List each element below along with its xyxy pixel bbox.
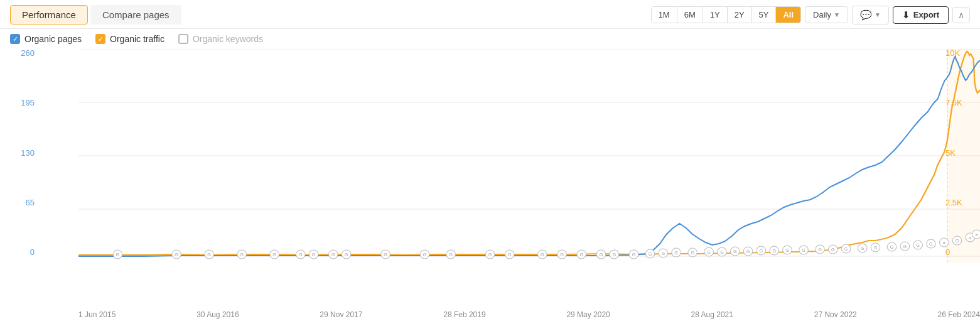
time-button-group: 1M 6M 1Y 2Y 5Y All [651,6,801,23]
svg-text:G: G [488,252,492,257]
legend-organic-keywords[interactable]: Organic keywords [178,34,263,44]
organic-pages-label: Organic pages [24,34,82,44]
y-right-5k: 5K [945,149,980,157]
svg-text:G: G [384,252,387,257]
x-label-1: 30 Aug 2016 [197,310,239,319]
svg-text:G: G [802,248,805,253]
svg-text:G: G [600,252,603,257]
svg-text:G: G [649,252,652,257]
export-button[interactable]: ⬇ Export [893,6,949,24]
svg-text:G: G [449,252,453,257]
controls: 1M 6M 1Y 2Y 5Y All Daily ▼ 💬 ▼ ⬇ Export … [651,6,970,24]
svg-text:G: G [929,242,933,247]
svg-text:G: G [861,246,864,251]
comment-icon: 💬 [860,9,872,21]
svg-text:G: G [560,252,564,257]
time-1m-button[interactable]: 1M [652,7,677,23]
time-1y-button[interactable]: 1Y [703,7,728,23]
svg-text:G: G [772,249,776,254]
svg-text:G: G [423,252,427,257]
svg-text:G: G [844,247,848,252]
svg-text:G: G [612,252,616,257]
svg-text:G: G [691,251,694,256]
svg-text:G: G [116,252,120,257]
x-label-2: 29 Nov 2017 [320,310,362,319]
organic-pages-checkbox[interactable]: ✓ [10,34,20,44]
svg-text:G: G [818,247,822,252]
export-download-icon: ⬇ [902,10,910,20]
y-left-65: 65 [0,198,35,207]
svg-text:G: G [331,252,335,257]
svg-text:G: G [874,246,878,251]
svg-text:G: G [579,252,583,257]
organic-traffic-checkbox[interactable]: ✓ [95,34,105,44]
legend-organic-traffic[interactable]: ✓ Organic traffic [95,34,164,44]
y-right-75k: 7.5K [945,99,980,107]
y-right-25k: 2.5K [945,198,980,207]
svg-text:G: G [831,247,835,252]
svg-text:G: G [903,244,907,249]
legend-organic-pages[interactable]: ✓ Organic pages [10,34,82,44]
y-left-195: 195 [0,99,35,107]
top-bar: Performance Compare pages 1M 6M 1Y 2Y 5Y… [0,0,980,29]
y-right-10k: 10K [945,49,980,57]
time-2y-button[interactable]: 2Y [728,7,752,23]
y-left-260: 260 [0,49,35,57]
export-label: Export [913,10,939,19]
y-right-0: 0 [945,248,980,256]
y-axis-right: 10K 7.5K 5K 2.5K 0 [945,49,980,263]
y-left-130: 130 [0,149,35,157]
svg-text:G: G [541,252,544,257]
daily-label: Daily [813,10,831,19]
organic-keywords-checkbox[interactable] [178,34,188,44]
organic-traffic-label: Organic traffic [110,34,164,44]
svg-text:G: G [175,252,178,257]
tabs: Performance Compare pages [10,5,181,24]
svg-text:G: G [207,252,211,257]
y-axis-left: 260 195 130 65 0 [0,49,36,263]
tab-performance[interactable]: Performance [10,5,88,24]
svg-text:G: G [707,250,711,255]
time-all-button[interactable]: All [776,7,800,23]
svg-text:G: G [312,252,316,257]
svg-text:G: G [299,252,303,257]
chart-container: G G G G G G G G G G G G G G G G G G G G [78,49,980,300]
svg-text:G: G [733,249,737,254]
svg-text:G: G [916,243,920,248]
svg-text:G: G [632,252,636,257]
svg-text:G: G [720,250,724,255]
x-axis: 1 Jun 2015 30 Aug 2016 29 Nov 2017 28 Fe… [78,308,980,319]
svg-text:G: G [760,249,763,254]
svg-text:G: G [674,251,678,256]
comment-arrow: ▼ [875,11,881,18]
collapse-button[interactable]: ∧ [952,7,970,23]
svg-text:G: G [240,252,244,257]
comment-dropdown[interactable]: 💬 ▼ [852,6,889,24]
organic-keywords-label: Organic keywords [193,34,263,44]
time-6m-button[interactable]: 6M [677,7,703,23]
x-label-5: 28 Aug 2021 [691,310,733,319]
tab-compare-pages[interactable]: Compare pages [90,5,181,24]
y-left-0: 0 [0,248,35,256]
svg-text:G: G [661,251,665,256]
x-label-3: 28 Feb 2019 [443,310,485,319]
chart-area: 260 195 130 65 0 [0,49,980,300]
x-label-6: 27 Nov 2022 [814,310,857,319]
daily-arrow: ▼ [834,11,840,18]
x-label-7: 26 Feb 2024 [938,310,980,319]
svg-text:G: G [746,249,750,254]
svg-text:G: G [785,248,789,253]
x-label-0: 1 Jun 2015 [78,310,116,319]
svg-text:G: G [890,245,894,250]
svg-text:G: G [272,252,276,257]
daily-dropdown[interactable]: Daily ▼ [805,6,848,23]
x-label-4: 29 May 2020 [566,310,610,319]
legend-bar: ✓ Organic pages ✓ Organic traffic Organi… [0,29,980,49]
svg-text:G: G [345,252,348,257]
time-5y-button[interactable]: 5Y [752,7,777,23]
svg-text:G: G [508,252,512,257]
collapse-icon: ∧ [958,10,964,20]
